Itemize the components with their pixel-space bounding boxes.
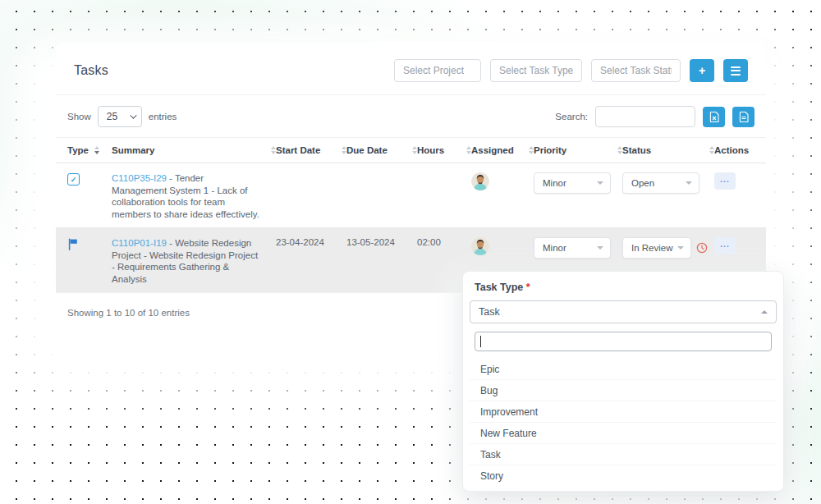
start-date-cell xyxy=(276,171,346,172)
column-header-actions: Actions xyxy=(714,145,754,155)
card-header: Tasks + xyxy=(56,43,766,94)
row-actions-button[interactable]: ... xyxy=(714,172,736,190)
page-size-value: 25 xyxy=(107,111,117,122)
chevron-down-icon xyxy=(597,181,603,185)
flag-icon xyxy=(67,238,79,250)
column-header-status[interactable]: Status xyxy=(622,145,714,155)
select-task-status-input[interactable] xyxy=(591,59,681,82)
task-code-link[interactable]: C110P01-I19 xyxy=(112,238,167,248)
show-label: Show xyxy=(67,112,91,121)
column-header-summary[interactable]: Summary xyxy=(112,145,276,155)
page-title: Tasks xyxy=(74,63,108,78)
task-code-link[interactable]: C110P35-I29 xyxy=(112,173,167,183)
required-asterisk: * xyxy=(526,282,530,293)
task-type-option[interactable]: Bug xyxy=(470,379,777,401)
sort-icon[interactable] xyxy=(94,146,99,154)
add-task-button[interactable]: + xyxy=(690,59,714,82)
search-label: Search: xyxy=(555,112,588,121)
task-type-option[interactable]: Story xyxy=(470,465,777,486)
start-date-cell: 23-04-2024 xyxy=(276,236,346,247)
export-file-icon xyxy=(739,112,749,122)
entries-info: Showing 1 to 10 of 10 entries xyxy=(67,308,190,318)
page-size-select[interactable]: 25 xyxy=(98,106,142,127)
export-pdf-button[interactable] xyxy=(732,107,754,127)
table-header-row: Type Summary Start Date Due Date Hours A… xyxy=(56,137,766,163)
export-excel-icon xyxy=(709,112,719,122)
chevron-down-icon xyxy=(686,181,692,185)
column-header-start-date[interactable]: Start Date xyxy=(276,145,346,155)
text-cursor xyxy=(480,336,481,347)
task-type-select[interactable]: Task xyxy=(470,300,777,323)
due-date-cell: 13-05-2024 xyxy=(346,236,417,247)
task-type-selected-value: Task xyxy=(479,306,500,318)
task-summary: C110P01-I19 - Website Redesign Project -… xyxy=(112,236,276,285)
search-input[interactable] xyxy=(595,106,695,127)
export-excel-button[interactable] xyxy=(703,107,725,127)
task-type-dropdown-panel: Task Type * Task Epic Bug Improvement Ne… xyxy=(462,271,784,492)
status-select[interactable]: Open xyxy=(622,172,699,194)
task-type-option[interactable]: Improvement xyxy=(470,401,777,422)
hours-cell xyxy=(417,171,471,172)
task-check-icon: ✓ xyxy=(67,173,80,186)
entries-label: entries xyxy=(149,112,177,121)
chevron-down-icon xyxy=(677,246,684,250)
select-project-input[interactable] xyxy=(394,59,481,82)
column-header-priority[interactable]: Priority xyxy=(534,145,622,155)
priority-select[interactable]: Minor xyxy=(534,172,611,194)
column-header-hours[interactable]: Hours xyxy=(417,145,471,155)
table-controls: Show 25 entries Search: xyxy=(56,95,766,137)
column-header-due-date[interactable]: Due Date xyxy=(346,145,417,155)
task-type-option[interactable]: Task xyxy=(470,443,777,465)
task-type-search-input[interactable] xyxy=(475,332,772,351)
avatar-image xyxy=(471,172,489,190)
page-size-group: Show 25 entries xyxy=(67,106,177,127)
overdue-clock-icon xyxy=(696,242,708,254)
column-header-assigned[interactable]: Assigned xyxy=(471,145,534,155)
chevron-down-icon xyxy=(597,246,603,250)
status-select[interactable]: In Review xyxy=(622,237,691,259)
task-summary: C110P35-I29 - Tender Management System 1… xyxy=(112,171,276,220)
task-type-option[interactable]: New Feature xyxy=(470,422,777,443)
priority-select[interactable]: Minor xyxy=(534,237,611,259)
avatar-image xyxy=(471,237,489,255)
hours-cell: 02:00 xyxy=(417,236,471,247)
due-date-cell xyxy=(346,171,417,172)
filter-bar: + xyxy=(394,59,748,82)
row-actions-button[interactable]: ... xyxy=(714,237,736,254)
list-icon xyxy=(731,66,741,76)
table-row: ✓ C110P35-I29 - Tender Management System… xyxy=(56,163,766,227)
assignee-avatar[interactable] xyxy=(471,172,489,190)
list-view-button[interactable] xyxy=(723,59,748,82)
assignee-avatar[interactable] xyxy=(471,237,489,255)
search-group: Search: xyxy=(555,106,754,127)
task-type-option[interactable]: Epic xyxy=(470,359,777,379)
chevron-up-icon xyxy=(761,310,768,314)
task-type-options-list: Epic Bug Improvement New Feature Task St… xyxy=(470,359,777,486)
task-type-label: Task Type * xyxy=(470,280,777,293)
chevron-down-icon xyxy=(130,112,136,118)
select-task-type-input[interactable] xyxy=(490,59,582,82)
column-header-type[interactable]: Type xyxy=(67,145,112,155)
